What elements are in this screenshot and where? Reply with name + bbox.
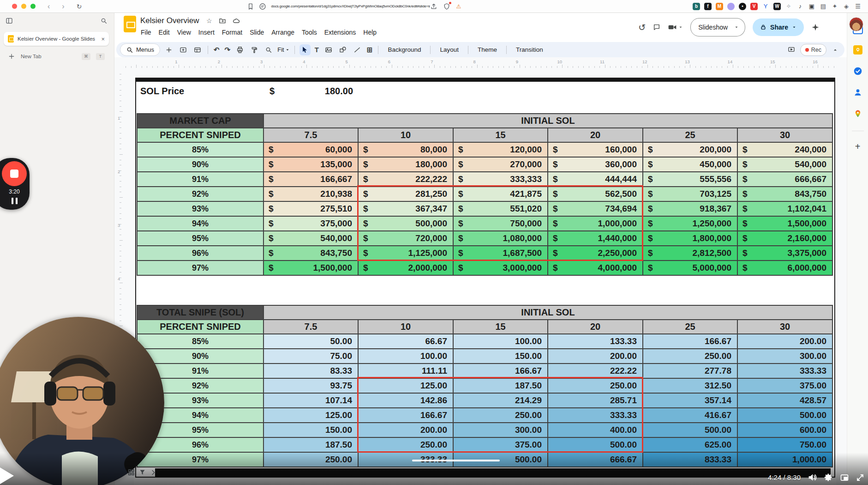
contacts-icon[interactable]	[853, 87, 863, 97]
video-scrubber[interactable]	[412, 460, 500, 461]
gemini-sparkle-icon[interactable]	[811, 23, 820, 31]
zoom-button[interactable]	[263, 44, 274, 55]
menu-item-format[interactable]: Format	[218, 28, 246, 37]
menu-item-slide[interactable]: Slide	[246, 28, 268, 37]
ext-outline-icon[interactable]: ✧	[785, 3, 792, 10]
undo-button[interactable]: ↶	[213, 44, 221, 55]
browser-chrome: ‹ › ↻ docs.google.com/presentation/d/1dg…	[0, 0, 868, 13]
value-cell: 400.00	[548, 423, 643, 437]
google-slides-logo[interactable]	[124, 16, 136, 32]
tasks-icon[interactable]	[853, 66, 863, 76]
search-tabs-icon[interactable]	[100, 17, 108, 24]
insert-frame-button[interactable]: ⊞	[366, 44, 374, 55]
search-icon	[126, 46, 133, 54]
redo-button[interactable]: ↷	[224, 44, 232, 55]
address-bar[interactable]: docs.google.com/presentation/d/1dg31p8mc…	[271, 4, 430, 8]
minimize-window-button[interactable]	[21, 4, 26, 9]
comments-icon[interactable]	[653, 24, 660, 31]
zoom-fit-select[interactable]: Fit	[277, 46, 289, 53]
ext-phantom-icon[interactable]	[727, 3, 735, 10]
tab-kelsier-overview[interactable]: Kelsier Overview - Google Slides ×	[4, 32, 109, 46]
menu-item-arrange[interactable]: Arrange	[268, 28, 298, 37]
slideshow-options-caret[interactable]	[728, 18, 745, 36]
settings-gear-icon[interactable]	[824, 473, 833, 482]
grid-view-icon[interactable]	[127, 468, 135, 476]
expand-filmstrip-icon[interactable]	[150, 469, 157, 476]
templates-button[interactable]	[192, 44, 203, 55]
ext-bitwarden-icon[interactable]: b	[693, 3, 700, 10]
filmstrip-filter-icon[interactable]	[139, 469, 146, 476]
maps-icon[interactable]	[853, 109, 863, 119]
value-cell: 250.00	[358, 437, 453, 452]
ext-window-icon[interactable]: ▣	[808, 3, 815, 10]
menus-search-button[interactable]: Menus	[120, 43, 160, 56]
ext-w-icon[interactable]: W	[773, 3, 781, 10]
meet-button[interactable]	[668, 23, 683, 32]
fullscreen-icon[interactable]	[856, 473, 864, 482]
present-screen-icon[interactable]	[786, 44, 797, 55]
menu-icon[interactable]: ☰	[854, 3, 862, 10]
maximize-window-button[interactable]	[30, 4, 36, 9]
menu-item-file[interactable]: File	[137, 28, 155, 37]
transition-button[interactable]: Transition	[511, 44, 548, 55]
pip-icon[interactable]	[840, 473, 849, 482]
ext-sparkle-icon[interactable]: ✦	[831, 3, 838, 10]
back-button[interactable]: ‹	[48, 3, 50, 10]
select-tool-button[interactable]	[299, 44, 311, 55]
ext-shield-icon[interactable]: ◈	[843, 3, 850, 10]
close-window-button[interactable]	[12, 4, 17, 9]
share-page-icon[interactable]	[430, 3, 437, 10]
menu-item-help[interactable]: Help	[359, 28, 380, 37]
star-icon[interactable]: ☆	[206, 17, 212, 24]
sidebar-toggle-icon[interactable]	[6, 17, 13, 24]
add-addon-button[interactable]: +	[855, 141, 861, 152]
bookmark-icon[interactable]	[247, 3, 254, 10]
ruler-number: 5	[346, 59, 348, 64]
ext-wallet-icon[interactable]: ▤	[820, 3, 827, 10]
pause-recording-button[interactable]	[2, 198, 27, 204]
play-button[interactable]	[0, 467, 14, 484]
menu-item-edit[interactable]: Edit	[155, 28, 174, 37]
account-avatar[interactable]	[849, 17, 863, 31]
new-slide-layout-button[interactable]	[178, 44, 189, 55]
volume-icon[interactable]	[808, 473, 817, 482]
stop-recording-button[interactable]	[2, 161, 27, 186]
share-button[interactable]: Share	[753, 18, 804, 36]
menu-item-view[interactable]: View	[174, 28, 195, 37]
warning-icon[interactable]: ⚠	[456, 3, 461, 10]
ext-y-icon[interactable]: Y	[762, 3, 769, 10]
menu-item-insert[interactable]: Insert	[195, 28, 218, 37]
print-button[interactable]	[234, 44, 245, 55]
insert-shape-button[interactable]	[337, 44, 348, 55]
rec-button[interactable]: Rec	[800, 44, 826, 56]
menu-item-tools[interactable]: Tools	[298, 28, 321, 37]
total-snipe-table: TOTAL SNIPE (SOL)INITIAL SOLPERCENT SNIP…	[137, 305, 832, 467]
ext-f-icon[interactable]: f	[704, 3, 712, 10]
close-tab-icon[interactable]: ×	[101, 36, 105, 42]
site-info-icon[interactable]	[259, 3, 266, 10]
collapse-toolbar-button[interactable]	[830, 44, 841, 55]
ext-black-circle-icon[interactable]: •	[739, 3, 746, 10]
insert-line-button[interactable]	[352, 44, 363, 55]
keep-icon[interactable]	[853, 45, 863, 55]
reload-button[interactable]: ↻	[77, 3, 82, 10]
privacy-shield-icon[interactable]	[443, 3, 450, 10]
document-title[interactable]: Kelsier Overview	[140, 16, 199, 25]
ext-metamask-icon[interactable]: M	[716, 3, 723, 10]
text-box-button[interactable]: T	[314, 44, 320, 55]
ext-v-icon[interactable]: V	[750, 3, 758, 10]
version-history-icon[interactable]: ↺	[638, 22, 646, 33]
slideshow-button[interactable]: Slideshow	[690, 18, 745, 36]
ext-music-icon[interactable]: ♪	[796, 3, 804, 10]
move-folder-icon[interactable]	[219, 17, 226, 24]
new-tab-button[interactable]: New Tab ⌘ T	[4, 50, 109, 62]
new-slide-button[interactable]	[163, 44, 174, 55]
paint-format-button[interactable]	[249, 44, 260, 55]
insert-image-button[interactable]	[323, 44, 334, 55]
layout-button[interactable]: Layout	[435, 44, 463, 55]
menu-item-extensions[interactable]: Extensions	[321, 28, 359, 37]
value-cell: 300.00	[453, 423, 548, 437]
forward-button[interactable]: ›	[62, 3, 64, 10]
background-button[interactable]: Background	[383, 44, 425, 55]
theme-button[interactable]: Theme	[473, 44, 502, 55]
